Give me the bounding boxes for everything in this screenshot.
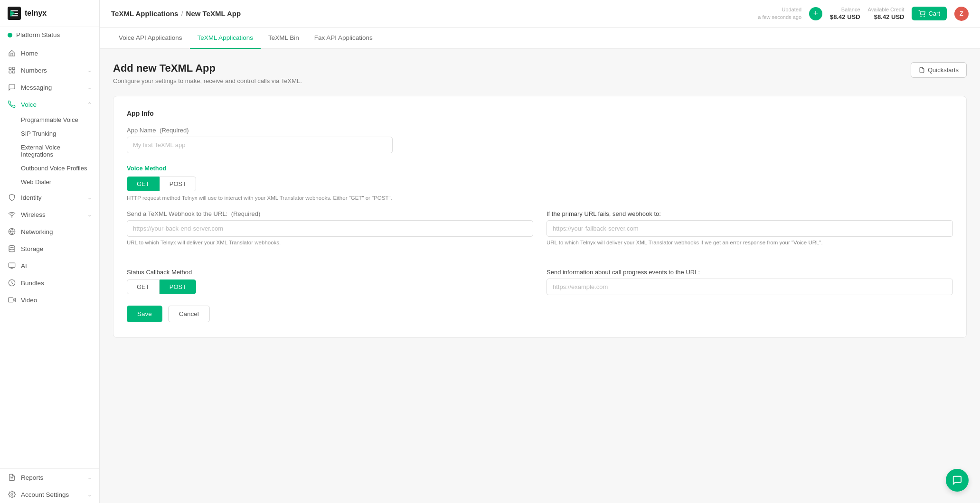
cart-button[interactable]: Cart bbox=[912, 7, 947, 20]
quickstarts-button[interactable]: Quickstarts bbox=[911, 62, 967, 78]
doc-icon bbox=[919, 67, 925, 73]
sidebar-item-identity-label: Identity bbox=[21, 194, 42, 201]
svg-rect-9 bbox=[9, 263, 15, 267]
avatar[interactable]: Z bbox=[954, 7, 969, 21]
sidebar-item-bundles-label: Bundles bbox=[21, 279, 44, 287]
reports-icon bbox=[8, 473, 16, 482]
balance-amount: $8.42 USD bbox=[830, 13, 860, 20]
chevron-down-icon: ⌄ bbox=[87, 195, 92, 201]
sidebar: telnyx Platform Status Home Numbers ⌄ M bbox=[0, 0, 100, 503]
breadcrumb-parent: TeXML Applications bbox=[111, 9, 178, 18]
sidebar-item-messaging[interactable]: Messaging ⌄ bbox=[0, 79, 99, 96]
svg-rect-2 bbox=[9, 67, 11, 70]
sidebar-item-platform-status[interactable]: Platform Status bbox=[0, 27, 99, 43]
app-info-card: App Info App Name (Required) Voice Metho… bbox=[113, 96, 967, 338]
webhook-url-input[interactable] bbox=[127, 220, 533, 237]
status-callback-row: Status Callback Method GET POST Send inf… bbox=[127, 269, 953, 298]
header-right: Updated a few seconds ago + Balance $8.4… bbox=[758, 6, 969, 21]
sidebar-item-ai[interactable]: AI bbox=[0, 257, 99, 274]
tab-voice-api[interactable]: Voice API Applications bbox=[111, 28, 190, 49]
status-url-input[interactable] bbox=[547, 279, 953, 295]
status-get-button[interactable]: GET bbox=[127, 279, 160, 294]
sidebar-item-wireless[interactable]: Wireless ⌄ bbox=[0, 206, 99, 223]
updated-label: Updated bbox=[758, 6, 801, 13]
bundles-icon bbox=[8, 279, 16, 287]
sidebar-item-bundles[interactable]: Bundles bbox=[0, 274, 99, 291]
card-divider bbox=[127, 257, 953, 257]
logo[interactable]: telnyx bbox=[0, 0, 99, 27]
sidebar-item-voice-label: Voice bbox=[21, 101, 37, 108]
get-button[interactable]: GET bbox=[127, 177, 160, 191]
sidebar-item-account-settings[interactable]: Account Settings ⌄ bbox=[0, 486, 99, 503]
fallback-url-hint: URL to which Telnyx will deliver your XM… bbox=[547, 240, 953, 245]
sidebar-item-video[interactable]: Video bbox=[0, 291, 99, 308]
tab-fax-api[interactable]: Fax API Applications bbox=[307, 28, 380, 49]
tabs-bar: Voice API Applications TeXML Application… bbox=[100, 28, 980, 49]
sidebar-item-outbound-voice-profiles[interactable]: Outbound Voice Profiles bbox=[21, 161, 99, 175]
voice-method-group: Voice Method GET POST HTTP request metho… bbox=[127, 165, 953, 201]
add-button[interactable]: + bbox=[809, 7, 822, 20]
breadcrumb-separator: / bbox=[181, 9, 183, 18]
webhook-url-label: Send a TeXML Webhook to the URL: (Requir… bbox=[127, 210, 533, 217]
voice-method-label: Voice Method bbox=[127, 165, 953, 172]
sidebar-item-home[interactable]: Home bbox=[0, 45, 99, 62]
balance-info: Balance $8.42 USD bbox=[830, 7, 860, 20]
app-name-group: App Name (Required) bbox=[127, 127, 953, 153]
sidebar-item-web-dialer[interactable]: Web Dialer bbox=[21, 175, 99, 189]
tab-fax-api-label: Fax API Applications bbox=[314, 34, 373, 41]
web-dialer-label: Web Dialer bbox=[21, 178, 51, 186]
cart-label: Cart bbox=[928, 10, 940, 17]
header-updated: Updated a few seconds ago bbox=[758, 6, 801, 21]
sidebar-item-external-voice-integrations[interactable]: External Voice Integrations bbox=[21, 140, 99, 161]
page-header: Add new TeXML App Configure your setting… bbox=[113, 62, 967, 84]
sidebar-item-voice[interactable]: Voice ⌃ bbox=[0, 96, 99, 113]
identity-icon bbox=[8, 193, 16, 202]
status-url-label: Send information about call progress eve… bbox=[547, 269, 953, 276]
post-button[interactable]: POST bbox=[160, 177, 196, 191]
svg-point-6 bbox=[11, 217, 12, 217]
svg-point-8 bbox=[9, 245, 15, 247]
status-method-label: Status Callback Method bbox=[127, 269, 533, 276]
sidebar-item-reports[interactable]: Reports ⌄ bbox=[0, 469, 99, 486]
tab-texml-bin[interactable]: TeXML Bin bbox=[261, 28, 307, 49]
video-icon bbox=[8, 296, 16, 304]
sidebar-item-programmable-voice[interactable]: Programmable Voice bbox=[21, 113, 99, 127]
svg-point-16 bbox=[921, 16, 921, 17]
sidebar-item-video-label: Video bbox=[21, 297, 37, 304]
page-title: Add new TeXML App bbox=[113, 62, 302, 75]
chevron-down-icon: ⌄ bbox=[87, 67, 92, 74]
chevron-down-icon: ⌄ bbox=[87, 492, 92, 498]
sidebar-item-identity[interactable]: Identity ⌄ bbox=[0, 189, 99, 206]
voice-icon bbox=[8, 100, 16, 109]
sidebar-item-networking[interactable]: Networking bbox=[0, 223, 99, 240]
sidebar-bottom: Reports ⌄ Account Settings ⌄ bbox=[0, 468, 99, 503]
chevron-up-icon: ⌃ bbox=[87, 102, 92, 108]
sip-trunking-label: SIP Trunking bbox=[21, 130, 56, 137]
svg-rect-5 bbox=[12, 71, 15, 73]
ai-icon bbox=[8, 261, 16, 270]
main-content: TeXML Applications / New TeXML App Updat… bbox=[100, 0, 980, 503]
sidebar-item-storage[interactable]: Storage bbox=[0, 240, 99, 257]
svg-rect-4 bbox=[9, 71, 11, 73]
voice-method-hint: HTTP request method Telnyx will use to i… bbox=[127, 195, 953, 201]
tab-voice-api-label: Voice API Applications bbox=[119, 34, 182, 41]
balance-label: Balance bbox=[841, 7, 860, 12]
fallback-url-input[interactable] bbox=[547, 220, 953, 237]
tab-texml[interactable]: TeXML Applications bbox=[190, 28, 261, 49]
save-button[interactable]: Save bbox=[127, 306, 162, 322]
sidebar-item-numbers[interactable]: Numbers ⌄ bbox=[0, 62, 99, 79]
sidebar-nav: Home Numbers ⌄ Messaging ⌄ Voice ⌃ bbox=[0, 43, 99, 310]
programmable-voice-label: Programmable Voice bbox=[21, 116, 78, 123]
svg-rect-3 bbox=[12, 67, 15, 70]
wireless-icon bbox=[8, 210, 16, 219]
status-post-button[interactable]: POST bbox=[160, 279, 196, 294]
sidebar-item-sip-trunking[interactable]: SIP Trunking bbox=[21, 127, 99, 140]
breadcrumb: TeXML Applications / New TeXML App bbox=[111, 9, 241, 18]
svg-point-15 bbox=[11, 494, 13, 495]
chat-bubble-button[interactable] bbox=[946, 469, 969, 492]
cancel-button[interactable]: Cancel bbox=[168, 306, 210, 322]
card-section-title: App Info bbox=[127, 110, 953, 117]
app-name-input[interactable] bbox=[127, 137, 393, 153]
svg-rect-12 bbox=[9, 298, 13, 302]
tab-texml-label: TeXML Applications bbox=[198, 34, 253, 41]
